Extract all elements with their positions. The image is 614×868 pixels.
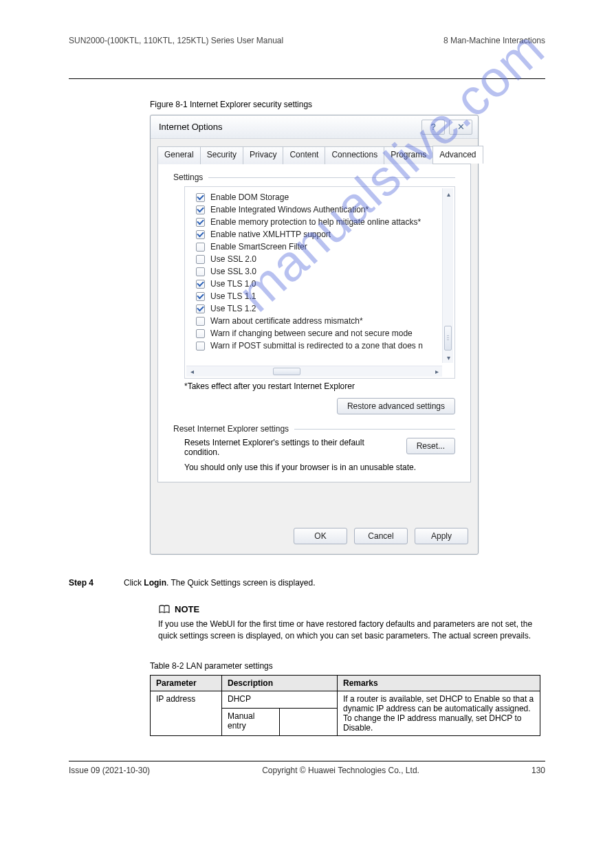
tab-content[interactable]: Content: [283, 146, 325, 164]
checkbox[interactable]: [196, 243, 205, 252]
internet-options-dialog: Internet Options ? ✕ General Security Pr…: [150, 115, 479, 555]
checkbox[interactable]: [196, 255, 205, 264]
setting-label: Enable DOM Storage: [210, 192, 289, 202]
setting-row[interactable]: Warn if changing between secure and not …: [196, 327, 437, 340]
help-button[interactable]: ?: [421, 120, 445, 135]
th-remarks: Remarks: [338, 675, 540, 691]
group-rule: [208, 177, 455, 178]
setting-row[interactable]: Warn if POST submittal is redirected to …: [196, 340, 437, 352]
checkbox[interactable]: [196, 205, 205, 214]
note-body: If you use the WebUI for the first time …: [158, 619, 545, 642]
td-desc-b2: [280, 708, 338, 735]
footer-mid: Copyright © Huawei Technologies Co., Ltd…: [150, 766, 531, 775]
table-caption: Table 8-2 LAN parameter settings: [150, 661, 545, 671]
setting-label: Use TLS 1.1: [210, 291, 256, 301]
th-parameter: Parameter: [151, 675, 222, 691]
setting-label: Enable SmartScreen Filter: [210, 242, 307, 252]
ok-button[interactable]: OK: [294, 528, 347, 544]
reset-button[interactable]: Reset...: [406, 438, 455, 454]
checkbox[interactable]: [196, 317, 205, 326]
group-rule-2: [294, 429, 455, 430]
checkbox[interactable]: [196, 267, 205, 276]
scroll-down-icon[interactable]: ▾: [443, 352, 454, 363]
settings-listbox[interactable]: Enable DOM StorageEnable Integrated Wind…: [184, 186, 455, 379]
header-left: SUN2000-(100KTL, 110KTL, 125KTL) Series …: [69, 36, 283, 45]
footer-right: 130: [531, 766, 545, 775]
setting-label: Enable native XMLHTTP support: [210, 230, 331, 239]
setting-row[interactable]: Use TLS 1.0: [196, 278, 437, 290]
setting-label: Enable memory protection to help mitigat…: [210, 217, 421, 227]
setting-label: Warn about certificate address mismatch*: [210, 316, 363, 326]
tab-advanced[interactable]: Advanced: [432, 146, 483, 164]
checkbox[interactable]: [196, 292, 205, 301]
vertical-scrollbar[interactable]: ▴ ▾: [442, 188, 453, 363]
header-rule: [69, 78, 545, 79]
book-icon: [158, 605, 171, 614]
step-4: Step 4 Click Login. The Quick Settings s…: [69, 578, 545, 588]
reset-group-label: Reset Internet Explorer settings: [173, 424, 289, 434]
setting-row[interactable]: Use TLS 1.1: [196, 290, 437, 302]
td-desc-b: Manual entry: [222, 708, 280, 735]
login-label: Login: [144, 578, 166, 588]
setting-row[interactable]: Use SSL 2.0: [196, 253, 437, 265]
figure-caption: Figure 8-1 Internet Explorer security se…: [150, 100, 545, 109]
setting-row[interactable]: Use SSL 3.0: [196, 265, 437, 278]
checkbox[interactable]: [196, 342, 205, 350]
tab-general[interactable]: General: [157, 146, 201, 164]
td-param: IP address: [151, 691, 222, 735]
setting-label: Use TLS 1.0: [210, 279, 256, 289]
td-remarks: If a router is available, set DHCP to En…: [338, 691, 540, 735]
setting-row[interactable]: Enable native XMLHTTP support: [196, 228, 437, 241]
footer-left: Issue 09 (2021-10-30): [69, 766, 150, 775]
checkbox[interactable]: [196, 280, 205, 289]
setting-label: Use SSL 2.0: [210, 254, 256, 264]
step-text-b: . The Quick Settings screen is displayed…: [166, 578, 316, 588]
setting-label: Use TLS 1.2: [210, 304, 256, 313]
restore-advanced-button[interactable]: Restore advanced settings: [337, 398, 455, 414]
cancel-button[interactable]: Cancel: [354, 528, 408, 544]
horizontal-scrollbar[interactable]: ◂ ▸: [186, 366, 442, 377]
checkbox[interactable]: [196, 329, 205, 338]
dialog-titlebar: Internet Options ? ✕: [151, 115, 478, 139]
tab-programs[interactable]: Programs: [384, 146, 433, 164]
setting-row[interactable]: Use TLS 1.2: [196, 302, 437, 315]
setting-label: Use SSL 3.0: [210, 267, 256, 276]
checkbox[interactable]: [196, 193, 205, 202]
reset-advice: You should only use this if your browser…: [184, 463, 455, 472]
checkbox[interactable]: [196, 218, 205, 227]
setting-row[interactable]: Enable DOM Storage: [196, 191, 437, 203]
th-description: Description: [222, 675, 338, 691]
setting-row[interactable]: Warn about certificate address mismatch*: [196, 315, 437, 327]
note-heading: NOTE: [175, 604, 199, 614]
hscroll-thumb[interactable]: [273, 368, 300, 375]
header-right: 8 Man-Machine Interactions: [443, 36, 545, 45]
scroll-thumb[interactable]: [444, 326, 452, 350]
tab-security[interactable]: Security: [200, 146, 243, 164]
td-desc-a: DHCP: [222, 691, 338, 708]
reset-description: Resets Internet Explorer's settings to t…: [184, 438, 398, 457]
tab-privacy[interactable]: Privacy: [243, 146, 283, 164]
tab-connections[interactable]: Connections: [325, 146, 384, 164]
checkbox[interactable]: [196, 304, 205, 313]
setting-row[interactable]: Enable Integrated Windows Authentication…: [196, 203, 437, 216]
setting-row[interactable]: Enable SmartScreen Filter: [196, 241, 437, 253]
setting-label: Warn if POST submittal is redirected to …: [210, 341, 423, 350]
scroll-left-icon[interactable]: ◂: [186, 366, 197, 377]
scroll-right-icon[interactable]: ▸: [431, 366, 442, 377]
checkbox[interactable]: [196, 230, 205, 239]
scroll-up-icon[interactable]: ▴: [443, 188, 454, 199]
restart-note: *Takes effect after you restart Internet…: [184, 381, 455, 391]
setting-label: Enable Integrated Windows Authentication…: [210, 205, 369, 214]
apply-button[interactable]: Apply: [415, 528, 468, 544]
footer-rule: [69, 761, 545, 761]
lan-parameters-table: Parameter Description Remarks IP address…: [150, 675, 540, 736]
step-number: Step 4: [69, 578, 124, 588]
close-button[interactable]: ✕: [449, 120, 472, 135]
tab-panel-advanced: Settings Enable DOM StorageEnable Integr…: [157, 164, 471, 482]
setting-row[interactable]: Enable memory protection to help mitigat…: [196, 216, 437, 228]
tab-strip: General Security Privacy Content Connect…: [157, 146, 471, 164]
step-text-a: Click: [124, 578, 144, 588]
dialog-title: Internet Options: [159, 122, 417, 132]
setting-label: Warn if changing between secure and not …: [210, 329, 413, 338]
settings-group-label: Settings: [173, 173, 203, 182]
